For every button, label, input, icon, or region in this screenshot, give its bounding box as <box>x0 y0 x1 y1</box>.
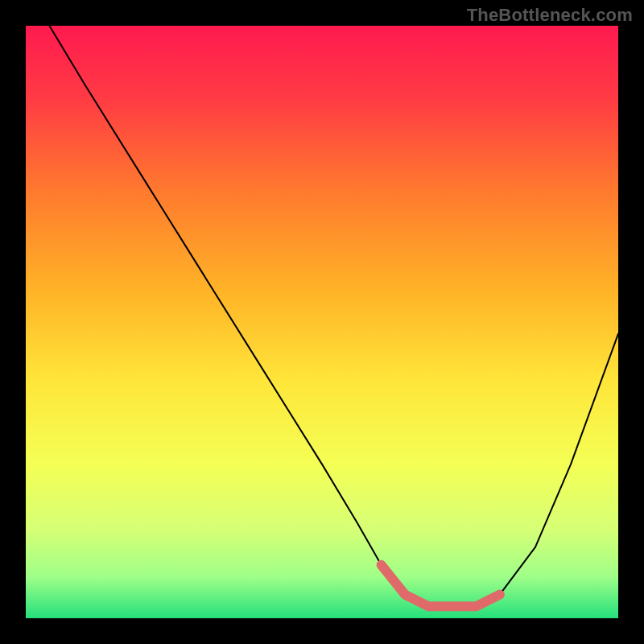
plot-area <box>26 26 618 618</box>
chart-frame: TheBottleneck.com <box>0 0 644 644</box>
bottleneck-curve <box>49 26 618 606</box>
watermark-text: TheBottleneck.com <box>467 5 633 26</box>
optimal-range-highlight <box>382 565 500 607</box>
curve-layer <box>26 26 618 618</box>
